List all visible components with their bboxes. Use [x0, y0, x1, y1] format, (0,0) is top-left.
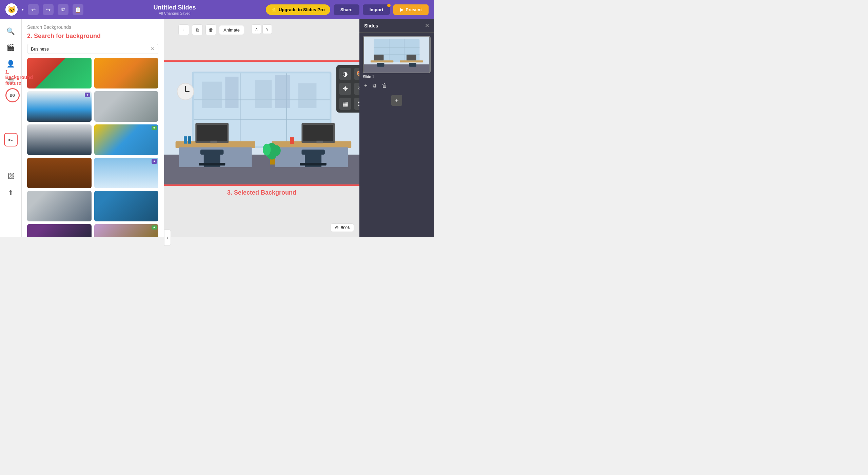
slide-1-preview	[363, 37, 430, 73]
duplicate-element-button[interactable]: ⧉	[192, 24, 203, 35]
bg-label: BG	[8, 138, 13, 141]
present-button[interactable]: ▶ Present	[393, 4, 429, 15]
app-logo[interactable]: 🐱	[5, 3, 18, 16]
svg-rect-25	[199, 163, 225, 165]
bg-thumbnail-11[interactable]	[27, 224, 92, 237]
slides-panel-close-button[interactable]: ✕	[425, 22, 429, 29]
add-element-button[interactable]: +	[178, 24, 189, 35]
canvas-toolbar: + ⧉ 🗑 Animate	[178, 24, 244, 35]
bg-button-circled[interactable]: BG	[5, 88, 20, 102]
panel-title: Search Backgrounds	[27, 24, 158, 30]
slide-next-button[interactable]: ∨	[262, 24, 272, 34]
sidebar-item-search[interactable]: 🔍	[4, 24, 18, 38]
background-grid: ★ ★ ★ ★	[27, 58, 158, 237]
bg-thumbnail-12[interactable]: ★	[94, 224, 159, 237]
sidebar-item-images[interactable]: 🖼	[4, 170, 18, 183]
style-button[interactable]: ◑	[339, 68, 351, 80]
sidebar-item-layouts[interactable]: 🎬	[4, 41, 18, 54]
svg-rect-33	[290, 137, 294, 144]
main-slide: ◑ 🎨 ✥ ↻ ▦ 🗑	[164, 60, 359, 186]
panel-collapse-button[interactable]: ‹	[164, 230, 171, 238]
svg-rect-51	[377, 63, 384, 67]
slides-panel-title: Slides	[364, 23, 378, 28]
star-badge-8: ★	[152, 159, 157, 164]
zoom-indicator: ⊕ 80%	[331, 223, 354, 232]
bg-thumbnail-1[interactable]	[27, 58, 92, 88]
sidebar-item-characters[interactable]: 👤	[4, 57, 18, 71]
bg-thumbnail-4[interactable]	[94, 91, 159, 122]
slide-thumbnail-1[interactable]	[363, 36, 431, 73]
background-panel: Search Backgrounds 2. Search for backgro…	[22, 19, 164, 237]
office-illustration	[164, 62, 359, 184]
duplicate-button[interactable]: ⧉	[58, 4, 68, 15]
clear-search-button[interactable]: ✕	[151, 46, 155, 52]
svg-rect-28	[300, 163, 327, 165]
play-icon: ▶	[400, 7, 403, 12]
slide-background[interactable]: ◑ 🎨 ✥ ↻ ▦ 🗑	[164, 62, 359, 184]
transform-button[interactable]: ↻	[354, 83, 359, 95]
bg-thumbnail-3[interactable]: ★	[27, 91, 92, 122]
sidebar-item-background[interactable]: BG	[4, 133, 18, 146]
add-slide-inline-button[interactable]: +	[363, 81, 369, 90]
svg-rect-38	[184, 136, 187, 144]
bg-icon-label: BG	[10, 94, 15, 97]
svg-rect-10	[275, 75, 290, 108]
svg-rect-22	[316, 140, 323, 143]
bg-thumbnail-2[interactable]	[94, 58, 159, 88]
layer-button[interactable]: ▦	[339, 98, 351, 110]
slide-navigation: ∧ ∨	[252, 24, 272, 34]
notification-dot	[387, 4, 391, 7]
bg-thumbnail-8[interactable]: ★	[94, 158, 159, 188]
slide-prev-button[interactable]: ∧	[252, 24, 261, 34]
undo-button[interactable]: ↩	[28, 4, 39, 15]
slides-panel: Slides ✕	[359, 19, 434, 237]
move-button[interactable]: ✥	[339, 83, 351, 95]
pro-badge-12: ★	[152, 225, 157, 230]
zoom-icon: ⊕	[335, 225, 339, 230]
svg-rect-39	[188, 136, 191, 144]
pro-badge: ★	[152, 126, 157, 130]
zoom-level: 80%	[341, 225, 350, 230]
star-icon: ⭐	[271, 7, 277, 12]
delete-element-button[interactable]: 🗑	[205, 24, 216, 35]
delete-btn[interactable]: 🗑	[354, 98, 359, 110]
document-title[interactable]: Untitled Slides	[87, 4, 262, 11]
search-input[interactable]	[31, 46, 148, 52]
main-layout: 🔍 🎬 👤 ☕ T 1. Backgroundfeature BG BG 🖼 ⬆…	[0, 19, 434, 237]
bg-thumbnail-7[interactable]	[27, 158, 92, 188]
upgrade-button[interactable]: ⭐ Upgrade to Slides Pro	[266, 4, 330, 15]
import-button[interactable]: Import	[363, 4, 390, 15]
add-slide-button[interactable]: +	[391, 95, 402, 106]
svg-rect-26	[301, 150, 324, 155]
animate-button[interactable]: Animate	[219, 25, 244, 35]
slide-list: Slide 1 + ⧉ 🗑	[359, 33, 434, 95]
slide-actions: + ⧉ 🗑	[363, 80, 431, 92]
search-bar: ✕	[27, 44, 158, 54]
bg-thumbnail-9[interactable]	[27, 191, 92, 221]
redo-button[interactable]: ↪	[43, 4, 54, 15]
logo-dropdown[interactable]: ▾	[22, 7, 24, 12]
svg-point-32	[273, 145, 280, 156]
svg-rect-46	[364, 64, 430, 73]
bg-thumbnail-5[interactable]	[27, 124, 92, 155]
svg-rect-9	[255, 80, 272, 108]
svg-rect-49	[374, 55, 384, 60]
svg-rect-48	[400, 60, 423, 62]
bg-thumbnail-6[interactable]: ★	[94, 124, 159, 155]
header-actions: ⭐ Upgrade to Slides Pro Share Import ▶ P…	[266, 4, 429, 15]
sidebar-icons: 🔍 🎬 👤 ☕ T 1. Backgroundfeature BG BG 🖼 ⬆	[0, 19, 22, 237]
delete-slide-button[interactable]: 🗑	[380, 81, 389, 90]
slides-panel-header: Slides ✕	[359, 19, 434, 33]
bg-thumbnail-10[interactable]	[94, 191, 159, 221]
step2-label: 2. Search for background	[27, 33, 158, 40]
slide-1-label: Slide 1	[363, 73, 431, 80]
svg-rect-23	[200, 150, 223, 155]
step1-label: 1. Backgroundfeature BG	[5, 69, 33, 102]
clipboard-button[interactable]: 📋	[73, 4, 83, 15]
duplicate-slide-button[interactable]: ⧉	[371, 81, 378, 90]
sidebar-item-upload[interactable]: ⬆	[4, 186, 18, 199]
canvas-area: ∧ ∨ + ⧉ 🗑 Animate	[164, 19, 359, 237]
color-button[interactable]: 🎨	[354, 68, 359, 80]
share-button[interactable]: Share	[334, 4, 359, 15]
pro-star-badge: ★	[85, 93, 90, 97]
